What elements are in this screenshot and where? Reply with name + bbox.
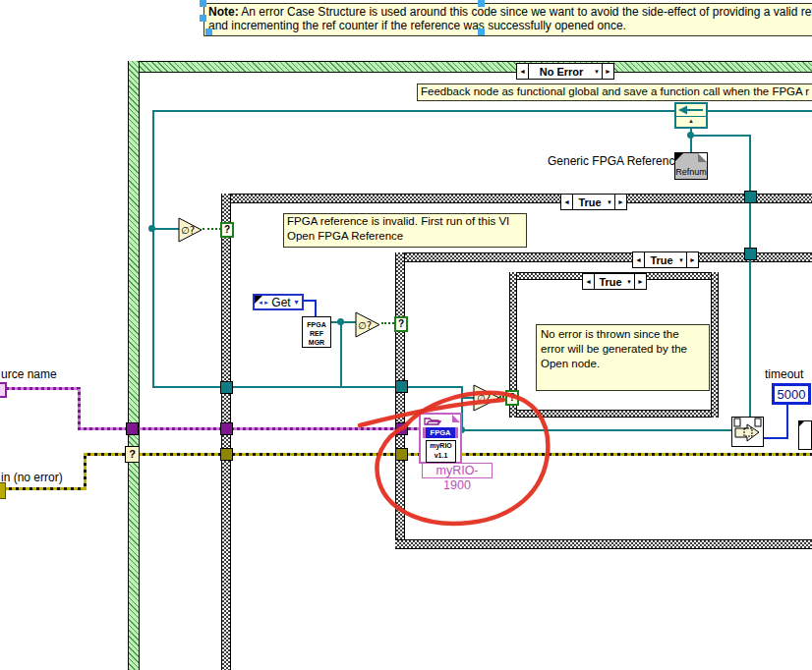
page-fold-icon: [452, 415, 460, 422]
case2-border-left[interactable]: [395, 252, 405, 549]
invalid-ref-comment[interactable]: FPGA reference is invalid. First run of …: [283, 213, 527, 248]
selection-handle[interactable]: [200, 15, 206, 22]
case-next-arrow-icon[interactable]: ►: [634, 274, 646, 289]
error-in-terminal[interactable]: [0, 482, 6, 499]
case-dropdown-icon[interactable]: ▼: [607, 199, 612, 205]
tunnel-resource-outer[interactable]: [126, 422, 139, 435]
generic-fpga-reference-label[interactable]: Generic FPGA Reference: [548, 154, 681, 168]
case-selector-label-true-2[interactable]: ◄ True ▼ ►: [632, 251, 699, 268]
case-dropdown-icon[interactable]: ▼: [594, 69, 600, 75]
wire-to-open-node[interactable]: [461, 429, 733, 431]
wire-refnum-horizontal[interactable]: [152, 386, 396, 388]
case-selector-label-no-error[interactable]: ◄ No Error ▼ ►: [516, 63, 614, 80]
wire-refnum-down-left[interactable]: [152, 110, 154, 388]
feedback-comment[interactable]: Feedback node as functional global and s…: [417, 84, 812, 101]
wire-junction-dot[interactable]: [687, 132, 694, 139]
error-in-label[interactable]: in (no error): [1, 471, 63, 484]
no-error-line2: error will be generated by the: [541, 342, 705, 357]
wire-get-enum-2[interactable]: [315, 300, 317, 317]
open-fpga-vi-reference-node[interactable]: [731, 417, 764, 447]
enum-constant-get[interactable]: ◄► Get ▼: [253, 294, 304, 310]
case-prev-arrow-icon[interactable]: ◄: [583, 274, 595, 289]
selector-terminal-case2[interactable]: ?: [394, 316, 408, 332]
resource-name-terminal[interactable]: [0, 382, 7, 398]
case-next-arrow-icon[interactable]: ►: [686, 252, 698, 267]
case-prev-arrow-icon[interactable]: ◄: [561, 195, 573, 209]
case2-border-bottom[interactable]: [395, 539, 812, 549]
myrio-icon-box: myRIO v1.1: [426, 440, 456, 463]
tunnel-resource-case1[interactable]: [220, 422, 233, 435]
tunnel-refnum-case2[interactable]: [395, 380, 408, 393]
not-a-refnum-node-1[interactable]: ∅?: [178, 217, 203, 243]
tunnel-error-case1[interactable]: [220, 448, 233, 461]
partial-node-right-edge[interactable]: [798, 420, 812, 450]
wire-timeout-1[interactable]: [786, 405, 788, 439]
selection-handle[interactable]: [200, 0, 206, 7]
wire-feedback-branch-right[interactable]: [690, 135, 751, 137]
wire-feedback-top[interactable]: [152, 110, 812, 112]
case3-border-right[interactable]: [711, 272, 719, 418]
wire-error-2[interactable]: [84, 454, 87, 490]
wire-resource-name-2[interactable]: [78, 387, 81, 430]
wire-refnum-down-right[interactable]: [749, 135, 751, 418]
selection-handle[interactable]: [478, 0, 485, 7]
not-a-refnum-node-3[interactable]: ∅?: [473, 384, 501, 412]
fpga-ref-mgr-node[interactable]: FPGA REF MGR: [302, 316, 331, 348]
wire-to-notrefnum-1[interactable]: [152, 228, 180, 230]
feedback-comment-text: Feedback node as functional global and s…: [421, 85, 809, 97]
selector-terminal-case1[interactable]: ?: [220, 222, 234, 238]
wire-refmgr-branch-down[interactable]: [340, 324, 342, 387]
case-label-text: No Error: [529, 66, 594, 78]
case-next-arrow-icon[interactable]: ►: [602, 64, 613, 79]
fpga-refnum-constant[interactable]: Refnum: [674, 152, 708, 180]
myrio-1900-label[interactable]: myRIO-1900: [422, 463, 493, 478]
wire-junction-dot[interactable]: [337, 318, 344, 325]
page-icon: [755, 419, 761, 426]
enum-dropdown-icon[interactable]: ▼: [293, 299, 300, 306]
case-next-arrow-icon[interactable]: ►: [614, 195, 626, 209]
wire-error-1[interactable]: [5, 487, 86, 490]
wire-junction-dot[interactable]: [148, 225, 155, 232]
case-label-text: True: [595, 276, 626, 288]
case-prev-arrow-icon[interactable]: ◄: [633, 252, 645, 267]
selector-terminal-no-error[interactable]: ?: [125, 446, 140, 463]
case-prev-arrow-icon[interactable]: ◄: [517, 64, 529, 79]
no-error-thrown-comment[interactable]: No error is thrown since the error will …: [536, 324, 710, 391]
case-dropdown-icon[interactable]: ▼: [678, 257, 684, 263]
tunnel-error-case2[interactable]: [395, 448, 408, 461]
selection-handle[interactable]: [205, 28, 212, 35]
note-comment[interactable]: Note: An error Case Structure is used ar…: [203, 3, 812, 36]
case-selector-label-true-3[interactable]: ◄ True ▼ ►: [582, 273, 647, 290]
case-no-error-border-left[interactable]: [128, 61, 140, 670]
not-refnum-glyph: ∅?: [358, 320, 372, 331]
wire-bool-selector-1[interactable]: [203, 228, 221, 230]
tunnel-refnum-case1[interactable]: [220, 381, 233, 394]
fpga-myrio-vi-node[interactable]: FPGA myRIO v1.1: [419, 413, 462, 464]
selector-terminal-case3[interactable]: ?: [505, 390, 519, 406]
tunnel-resource-case2[interactable]: [395, 422, 408, 435]
wire-resource-name-1[interactable]: [6, 387, 80, 390]
myrio-line2: v1.1: [427, 451, 455, 461]
case-dropdown-icon[interactable]: ▼: [626, 279, 632, 285]
no-error-line1: No error is thrown since the: [541, 327, 705, 342]
case-selector-label-true-1[interactable]: ◄ True ▼ ►: [560, 194, 627, 210]
page-icon: [734, 419, 740, 426]
wire-refmgr-out[interactable]: [331, 321, 357, 323]
wire-bool-selector-2[interactable]: [381, 322, 394, 324]
case1-border-top[interactable]: [221, 194, 812, 203]
not-a-refnum-node-2[interactable]: ∅?: [355, 311, 381, 338]
feedback-init-terminal[interactable]: ▲: [676, 116, 706, 126]
tunnel-refnum-case2-top[interactable]: [744, 248, 757, 260]
feedback-node[interactable]: ▲: [674, 102, 708, 129]
wire-timeout-2[interactable]: [763, 437, 788, 439]
resource-name-label[interactable]: urce name: [1, 367, 57, 381]
case-no-error-border-top[interactable]: [128, 61, 812, 73]
tunnel-refnum-case1-top[interactable]: [744, 191, 757, 203]
not-refnum-glyph: ∅?: [477, 393, 491, 404]
case3-border-bottom[interactable]: [509, 410, 719, 418]
selection-handle[interactable]: [478, 28, 485, 35]
not-refnum-glyph: ∅?: [181, 225, 195, 236]
wire-inside-case2[interactable]: [407, 386, 463, 388]
timeout-label[interactable]: timeout: [765, 367, 803, 381]
timeout-constant[interactable]: 5000: [772, 383, 811, 405]
